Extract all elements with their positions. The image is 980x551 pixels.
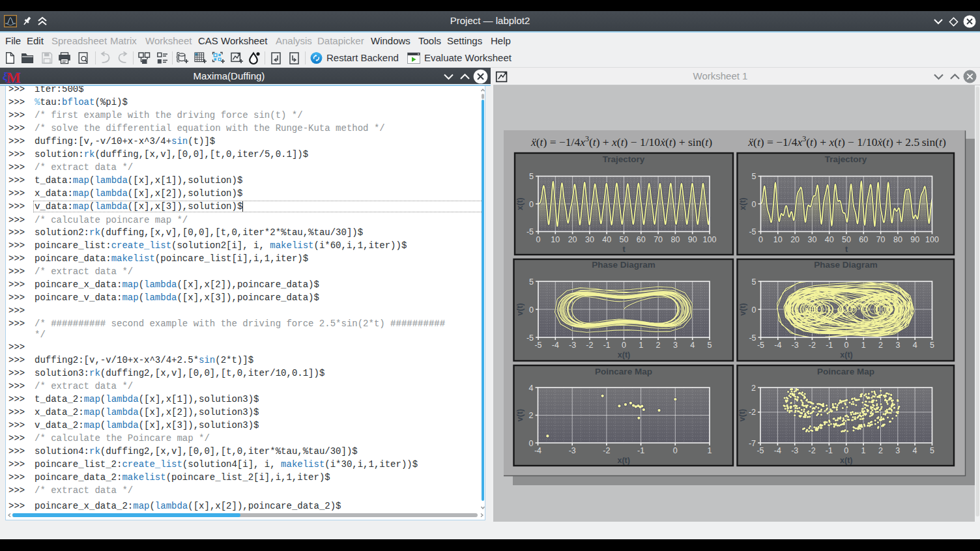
svg-text:80: 80 <box>893 235 902 244</box>
svg-text:Poincare Map: Poincare Map <box>817 367 874 376</box>
svg-text:20: 20 <box>790 235 800 244</box>
svg-text:2: 2 <box>878 341 883 350</box>
svg-text:5: 5 <box>930 341 934 350</box>
svg-text:0: 0 <box>844 446 848 455</box>
svg-text:-5: -5 <box>757 446 764 455</box>
svg-text:0: 0 <box>622 341 626 350</box>
svg-text:x(t): x(t) <box>618 350 630 360</box>
svg-text:-4: -4 <box>774 446 781 455</box>
svg-text:-3: -3 <box>791 446 798 455</box>
svg-text:v(t): v(t) <box>515 409 525 421</box>
svg-text:30: 30 <box>807 235 816 244</box>
svg-text:2: 2 <box>656 341 661 350</box>
svg-text:40: 40 <box>602 235 611 244</box>
svg-text:-2: -2 <box>603 446 610 455</box>
svg-text:90: 90 <box>910 235 919 244</box>
svg-text:4: 4 <box>690 341 695 350</box>
svg-text:1: 1 <box>639 341 643 350</box>
svg-text:v(t): v(t) <box>515 303 525 315</box>
svg-text:-2: -2 <box>586 341 593 350</box>
svg-text:3: 3 <box>895 446 900 455</box>
svg-text:20: 20 <box>568 235 577 244</box>
svg-text:-1: -1 <box>826 446 833 455</box>
svg-text:5: 5 <box>529 172 534 181</box>
svg-text:Poincare Map: Poincare Map <box>595 367 652 376</box>
svg-text:v(t): v(t) <box>738 409 747 421</box>
svg-text:0: 0 <box>673 446 678 455</box>
svg-text:x(t): x(t) <box>617 456 629 465</box>
svg-text:40: 40 <box>825 235 834 244</box>
svg-text:-5: -5 <box>749 227 756 236</box>
svg-text:-1: -1 <box>603 341 611 350</box>
svg-text:-4: -4 <box>552 341 559 350</box>
svg-text:2: 2 <box>751 384 756 393</box>
svg-text:70: 70 <box>654 235 663 244</box>
svg-text:x(t): x(t) <box>738 197 747 210</box>
svg-text:90: 90 <box>688 235 697 244</box>
svg-text:-2: -2 <box>749 408 756 417</box>
svg-text:x(t): x(t) <box>840 350 852 360</box>
svg-text:1: 1 <box>861 446 866 455</box>
svg-text:2: 2 <box>529 411 534 420</box>
svg-text:5: 5 <box>708 341 712 350</box>
svg-text:-7: -7 <box>749 439 756 448</box>
svg-text:5: 5 <box>752 172 757 181</box>
svg-text:1: 1 <box>861 341 866 350</box>
svg-text:-5: -5 <box>526 227 534 236</box>
svg-text:-2: -2 <box>809 446 816 455</box>
svg-text:-3: -3 <box>792 341 799 350</box>
svg-text:-4: -4 <box>774 341 781 350</box>
svg-text:0: 0 <box>844 341 849 350</box>
svg-text:0: 0 <box>752 305 757 315</box>
svg-text:80: 80 <box>670 235 680 244</box>
svg-text:4: 4 <box>913 341 917 350</box>
svg-text:-2: -2 <box>809 341 816 350</box>
svg-text:0: 0 <box>536 235 541 244</box>
svg-text:0: 0 <box>758 235 763 244</box>
svg-text:4: 4 <box>529 384 534 393</box>
svg-text:5: 5 <box>752 277 757 287</box>
svg-text:60: 60 <box>637 235 646 244</box>
svg-text:0: 0 <box>752 200 757 209</box>
svg-text:-5: -5 <box>749 333 756 343</box>
svg-text:30: 30 <box>585 235 594 244</box>
svg-text:0: 0 <box>529 439 534 448</box>
svg-text:50: 50 <box>620 235 629 244</box>
svg-text:10: 10 <box>773 235 783 244</box>
svg-text:70: 70 <box>876 235 886 244</box>
svg-text:-5: -5 <box>757 341 764 350</box>
svg-text:-4: -4 <box>534 446 541 455</box>
svg-text:1: 1 <box>708 446 712 455</box>
svg-text:2: 2 <box>878 446 883 455</box>
svg-text:Phase Diagram: Phase Diagram <box>592 260 656 270</box>
svg-text:60: 60 <box>859 235 868 244</box>
svg-text:0: 0 <box>529 305 534 315</box>
svg-text:-1: -1 <box>637 446 644 455</box>
svg-text:100: 100 <box>925 235 939 244</box>
svg-text:10: 10 <box>551 235 560 244</box>
svg-text:3: 3 <box>673 341 678 350</box>
svg-text:100: 100 <box>703 235 717 244</box>
svg-text:4: 4 <box>913 446 917 455</box>
svg-text:50: 50 <box>842 235 851 244</box>
svg-text:Phase Diagram: Phase Diagram <box>814 260 878 270</box>
svg-text:-5: -5 <box>534 341 541 350</box>
svg-text:3: 3 <box>895 341 900 350</box>
svg-text:v(t): v(t) <box>738 303 747 315</box>
svg-text:-5: -5 <box>526 333 534 343</box>
svg-text:-3: -3 <box>569 341 576 350</box>
svg-text:x(t): x(t) <box>515 197 525 210</box>
svg-text:Trajectory: Trajectory <box>603 154 645 164</box>
svg-text:5: 5 <box>529 277 534 287</box>
svg-text:x(t): x(t) <box>840 456 852 465</box>
svg-text:-1: -1 <box>826 341 833 350</box>
svg-text:Trajectory: Trajectory <box>825 154 867 164</box>
svg-text:5: 5 <box>930 446 934 455</box>
svg-text:0: 0 <box>529 200 534 209</box>
svg-text:-3: -3 <box>569 446 576 455</box>
